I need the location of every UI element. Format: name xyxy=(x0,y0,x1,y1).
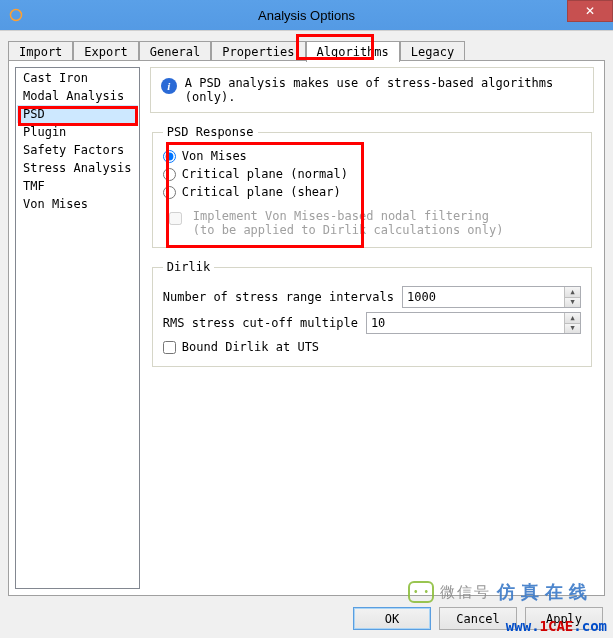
sidebar-item-label: Von Mises xyxy=(23,197,88,211)
info-text: A PSD analysis makes use of stress-based… xyxy=(185,76,583,104)
bound-dirlik-checkbox[interactable] xyxy=(163,341,176,354)
sidebar-item-label: Safety Factors xyxy=(23,143,124,157)
sidebar-item-label: Stress Analysis xyxy=(23,161,131,175)
psd-response-legend: PSD Response xyxy=(163,125,258,139)
tab-label: Export xyxy=(84,45,127,59)
watermark-wechat: 微信号 仿真在线 xyxy=(408,580,593,604)
sidebar-item-cast-iron[interactable]: Cast Iron xyxy=(17,69,138,87)
tab-label: Properties xyxy=(222,45,294,59)
radio-label: Critical plane (shear) xyxy=(182,185,341,199)
tab-properties[interactable]: Properties xyxy=(211,41,305,62)
rms-cutoff-spinner[interactable]: ▲ ▼ xyxy=(366,312,581,334)
sidebar-item-label: Cast Iron xyxy=(23,71,88,85)
dialog-body: Import Export General Properties Algorit… xyxy=(0,30,613,638)
watermark-url-part: www. xyxy=(506,618,540,634)
radio-label: Critical plane (normal) xyxy=(182,167,348,181)
watermark-url: www.1CAE.com xyxy=(506,618,607,634)
tab-export[interactable]: Export xyxy=(73,41,138,62)
sidebar-item-label: PSD xyxy=(23,107,45,121)
sidebar-item-label: Plugin xyxy=(23,125,66,139)
sidebar-item-von-mises[interactable]: Von Mises xyxy=(17,195,138,213)
nodal-filtering-line1: Implement Von Mises-based nodal filterin… xyxy=(193,209,504,223)
sidebar-item-plugin[interactable]: Plugin xyxy=(17,123,138,141)
tab-algorithms[interactable]: Algorithms xyxy=(306,41,400,62)
radio-critical-plane-shear[interactable]: Critical plane (shear) xyxy=(163,183,581,201)
tab-label: Import xyxy=(19,45,62,59)
close-icon: ✕ xyxy=(585,4,595,18)
dirlik-legend: Dirlik xyxy=(163,260,214,274)
nodal-filtering-row: Implement Von Mises-based nodal filterin… xyxy=(163,209,581,237)
psd-response-group: PSD Response Von Mises Critical plane (n… xyxy=(152,125,592,248)
ok-button[interactable]: OK xyxy=(353,607,431,630)
category-list[interactable]: Cast Iron Modal Analysis PSD Plugin Safe… xyxy=(15,67,140,589)
spin-up-icon[interactable]: ▲ xyxy=(565,287,580,298)
spin-up-icon[interactable]: ▲ xyxy=(565,313,580,324)
rms-cutoff-label: RMS stress cut-off multiple xyxy=(163,316,358,330)
watermark-url-part: 1CAE xyxy=(540,618,574,634)
radio-label: Von Mises xyxy=(182,149,247,163)
spin-down-icon[interactable]: ▼ xyxy=(565,298,580,308)
nodal-filtering-line2: (to be applied to Dirlik calculations on… xyxy=(193,223,504,237)
svg-point-0 xyxy=(11,10,22,21)
intervals-input[interactable] xyxy=(403,287,564,307)
sidebar-item-psd[interactable]: PSD xyxy=(17,105,138,123)
watermark-label: 微信号 xyxy=(440,583,491,602)
app-icon xyxy=(6,5,26,25)
intervals-spinner[interactable]: ▲ ▼ xyxy=(402,286,581,308)
tab-label: Algorithms xyxy=(317,45,389,59)
sidebar-item-safety-factors[interactable]: Safety Factors xyxy=(17,141,138,159)
radio-input[interactable] xyxy=(163,186,176,199)
window-close-button[interactable]: ✕ xyxy=(567,0,613,22)
tab-import[interactable]: Import xyxy=(8,41,73,62)
bound-dirlik-row[interactable]: Bound Dirlik at UTS xyxy=(163,338,581,356)
watermark-brand: 仿真在线 xyxy=(497,580,593,604)
info-box: i A PSD analysis makes use of stress-bas… xyxy=(150,67,594,113)
radio-input[interactable] xyxy=(163,150,176,163)
tab-bar: Import Export General Properties Algorit… xyxy=(8,39,605,61)
nodal-filtering-text: Implement Von Mises-based nodal filterin… xyxy=(193,209,504,237)
sidebar-item-stress-analysis[interactable]: Stress Analysis xyxy=(17,159,138,177)
button-label: Cancel xyxy=(456,612,499,626)
nodal-filtering-checkbox xyxy=(169,212,182,225)
spin-buttons: ▲ ▼ xyxy=(564,287,580,307)
spin-down-icon[interactable]: ▼ xyxy=(565,324,580,334)
sidebar-item-tmf[interactable]: TMF xyxy=(17,177,138,195)
tab-legacy[interactable]: Legacy xyxy=(400,41,465,62)
tab-general[interactable]: General xyxy=(139,41,212,62)
info-icon: i xyxy=(161,78,177,94)
sidebar-item-label: Modal Analysis xyxy=(23,89,124,103)
dirlik-group: Dirlik Number of stress range intervals … xyxy=(152,260,592,367)
rms-cutoff-input[interactable] xyxy=(367,313,564,333)
watermark-url-part: .com xyxy=(573,618,607,634)
titlebar: Analysis Options ✕ xyxy=(0,0,613,30)
settings-pane: i A PSD analysis makes use of stress-bas… xyxy=(146,61,604,595)
radio-von-mises[interactable]: Von Mises xyxy=(163,147,581,165)
spin-buttons: ▲ ▼ xyxy=(564,313,580,333)
radio-critical-plane-normal[interactable]: Critical plane (normal) xyxy=(163,165,581,183)
tab-label: Legacy xyxy=(411,45,454,59)
tab-label: General xyxy=(150,45,201,59)
radio-input[interactable] xyxy=(163,168,176,181)
bound-dirlik-label: Bound Dirlik at UTS xyxy=(182,340,319,354)
wechat-icon xyxy=(408,581,434,603)
window-title: Analysis Options xyxy=(0,8,613,23)
sidebar-item-modal-analysis[interactable]: Modal Analysis xyxy=(17,87,138,105)
tab-content: Cast Iron Modal Analysis PSD Plugin Safe… xyxy=(8,60,605,596)
sidebar-item-label: TMF xyxy=(23,179,45,193)
button-label: OK xyxy=(385,612,399,626)
intervals-label: Number of stress range intervals xyxy=(163,290,394,304)
